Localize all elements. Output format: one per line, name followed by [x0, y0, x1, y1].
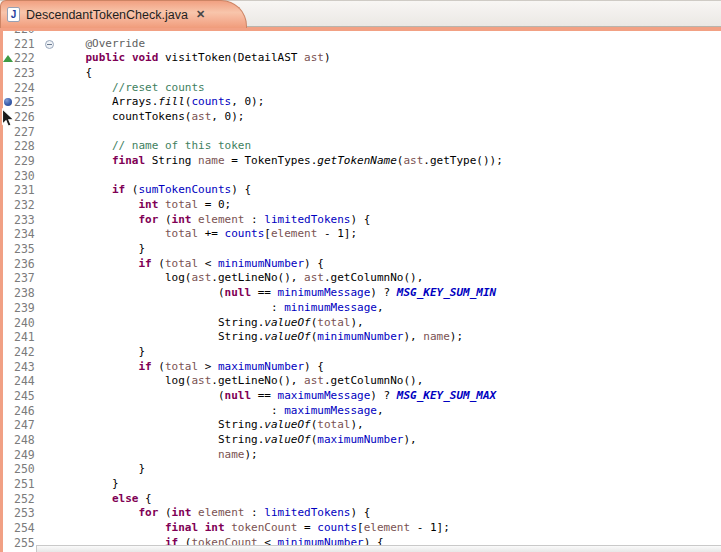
code-line[interactable]: 243 if (total > maximumNumber) { — [0, 360, 721, 375]
code-text: // name of this token — [59, 139, 251, 154]
code-text: if (sumTokenCounts) { — [59, 183, 251, 198]
code-line[interactable]: 223 { — [0, 66, 721, 81]
code-line[interactable]: 242 } — [0, 345, 721, 360]
line-number[interactable]: 230 — [14, 169, 46, 184]
line-number[interactable]: 223 — [14, 66, 46, 81]
code-text: : maximumMessage, — [59, 404, 384, 419]
line-number[interactable]: 251 — [14, 477, 46, 492]
code-line[interactable]: 246 : maximumMessage, — [0, 404, 721, 419]
code-line[interactable]: 230 — [0, 169, 721, 184]
line-number[interactable]: 241 — [14, 330, 46, 345]
code-line[interactable]: 224 //reset counts — [0, 81, 721, 96]
code-text: //reset counts — [59, 81, 205, 96]
line-number[interactable]: 243 — [14, 360, 46, 375]
code-text: int total = 0; — [59, 198, 231, 213]
line-number[interactable]: 224 — [14, 81, 46, 96]
code-area[interactable]: 220221 @Override222 public void visitTok… — [0, 31, 721, 552]
line-number[interactable]: 242 — [14, 345, 46, 360]
fold-collapse-icon[interactable] — [45, 40, 54, 49]
horizontal-scrollbar[interactable] — [36, 545, 721, 552]
code-line[interactable]: 232 int total = 0; — [0, 198, 721, 213]
java-file-icon: J — [7, 7, 20, 22]
code-text: @Override — [59, 37, 145, 52]
code-text: : minimumMessage, — [59, 301, 384, 316]
code-line[interactable]: 254 final int tokenCount = counts[elemen… — [0, 521, 721, 536]
code-line[interactable]: 229 final String name = TokenTypes.getTo… — [0, 154, 721, 169]
line-number[interactable]: 221 — [14, 37, 46, 52]
code-line[interactable]: 253 for (int element : limitedTokens) { — [0, 506, 721, 521]
code-line[interactable]: 241 String.valueOf(minimumNumber), name)… — [0, 330, 721, 345]
code-text: name); — [59, 448, 258, 463]
line-number[interactable]: 239 — [14, 301, 46, 316]
line-number[interactable]: 244 — [14, 374, 46, 389]
code-text: log(ast.getLineNo(), ast.getColumnNo(), — [59, 271, 423, 286]
line-number[interactable]: 252 — [14, 492, 46, 507]
line-number[interactable]: 240 — [14, 316, 46, 331]
code-text: final String name = TokenTypes.getTokenN… — [59, 154, 503, 169]
code-text: String.valueOf(minimumNumber), name); — [59, 330, 463, 345]
code-line[interactable]: 231 if (sumTokenCounts) { — [0, 183, 721, 198]
code-line[interactable]: 244 log(ast.getLineNo(), ast.getColumnNo… — [0, 374, 721, 389]
line-number[interactable]: 222 — [14, 51, 46, 66]
close-tab-icon[interactable]: ✕ — [196, 9, 205, 20]
code-text: public void visitToken(DetailAST ast) — [59, 51, 331, 66]
line-number[interactable]: 229 — [14, 154, 46, 169]
line-number[interactable]: 231 — [14, 183, 46, 198]
code-line[interactable]: 251 } — [0, 477, 721, 492]
line-number[interactable]: 248 — [14, 433, 46, 448]
line-number[interactable]: 233 — [14, 213, 46, 228]
code-text: else { — [59, 492, 152, 507]
code-line[interactable]: 238 (null == minimumMessage) ? MSG_KEY_S… — [0, 286, 721, 301]
code-line[interactable]: 250 } — [0, 462, 721, 477]
code-line[interactable]: 234 total += counts[element - 1]; — [0, 227, 721, 242]
code-text: } — [59, 477, 119, 492]
code-line[interactable]: 252 else { — [0, 492, 721, 507]
code-line[interactable]: 248 String.valueOf(maximumNumber), — [0, 433, 721, 448]
code-line[interactable]: 237 log(ast.getLineNo(), ast.getColumnNo… — [0, 271, 721, 286]
line-number[interactable]: 238 — [14, 286, 46, 301]
line-number[interactable]: 246 — [14, 404, 46, 419]
code-text: if (total > maximumNumber) { — [59, 360, 324, 375]
line-number[interactable]: 249 — [14, 448, 46, 463]
line-number[interactable]: 237 — [14, 271, 46, 286]
line-number[interactable]: 225 — [14, 95, 46, 110]
line-number[interactable]: 226 — [14, 110, 46, 125]
breakpoint-marker-icon[interactable] — [4, 98, 12, 106]
code-text: (null == minimumMessage) ? MSG_KEY_SUM_M… — [59, 286, 496, 301]
code-line[interactable]: 247 String.valueOf(total), — [0, 418, 721, 433]
line-number[interactable]: 234 — [14, 227, 46, 242]
line-number[interactable]: 247 — [14, 418, 46, 433]
code-text: Arrays.fill(counts, 0); — [59, 95, 264, 110]
eclipse-java-editor: { "tab": { "title": "DescendantTokenChec… — [0, 0, 721, 552]
tab-descendanttokencheck[interactable]: J DescendantTokenCheck.java ✕ — [0, 0, 247, 28]
code-line[interactable]: 236 if (total < minimumNumber) { — [0, 257, 721, 272]
code-line[interactable]: 226 countTokens(ast, 0); — [0, 110, 721, 125]
code-line[interactable]: 222 public void visitToken(DetailAST ast… — [0, 51, 721, 66]
code-line[interactable]: 245 (null == maximumMessage) ? MSG_KEY_S… — [0, 389, 721, 404]
line-number[interactable]: 245 — [14, 389, 46, 404]
mouse-cursor-icon — [1, 108, 17, 128]
code-text: for (int element : limitedTokens) { — [59, 213, 370, 228]
code-line[interactable]: 239 : minimumMessage, — [0, 301, 721, 316]
code-line[interactable]: 240 String.valueOf(total), — [0, 316, 721, 331]
code-text: for (int element : limitedTokens) { — [59, 506, 370, 521]
code-text: log(ast.getLineNo(), ast.getColumnNo(), — [59, 374, 423, 389]
line-number[interactable]: 253 — [14, 506, 46, 521]
code-text: countTokens(ast, 0); — [59, 110, 244, 125]
line-number[interactable]: 227 — [14, 125, 46, 140]
code-line[interactable]: 228 // name of this token — [0, 139, 721, 154]
code-text: } — [59, 462, 145, 477]
code-line[interactable]: 221 @Override — [0, 37, 721, 52]
line-number[interactable]: 254 — [14, 521, 46, 536]
code-line[interactable]: 235 } — [0, 242, 721, 257]
code-text: String.valueOf(total), — [59, 316, 364, 331]
line-number[interactable]: 235 — [14, 242, 46, 257]
line-number[interactable]: 250 — [14, 462, 46, 477]
code-line[interactable]: 233 for (int element : limitedTokens) { — [0, 213, 721, 228]
line-number[interactable]: 228 — [14, 139, 46, 154]
code-line[interactable]: 227 — [0, 125, 721, 140]
line-number[interactable]: 236 — [14, 257, 46, 272]
line-number[interactable]: 232 — [14, 198, 46, 213]
code-line[interactable]: 249 name); — [0, 448, 721, 463]
code-line[interactable]: 225 Arrays.fill(counts, 0); — [0, 95, 721, 110]
